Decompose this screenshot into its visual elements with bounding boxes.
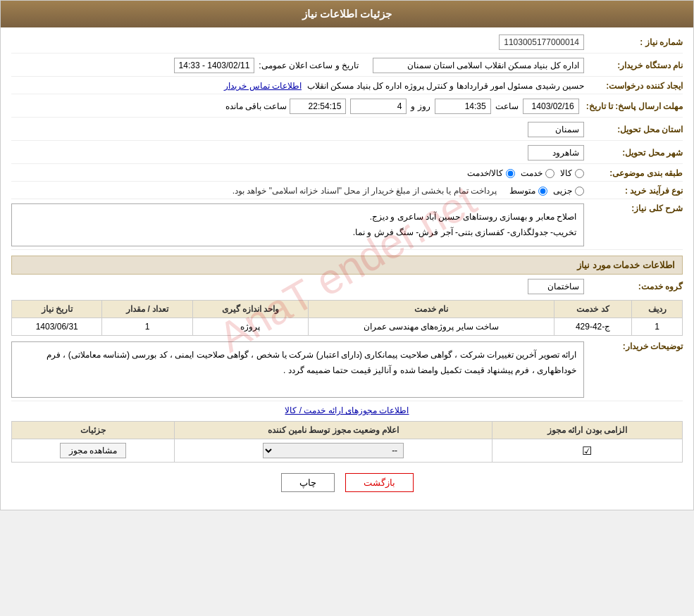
contact-link[interactable]: اطلاعات تماس خریدار bbox=[224, 81, 302, 91]
required-checkbox: ☑ bbox=[582, 445, 592, 457]
request-number-row: شماره نیاز : 1103005177000014 bbox=[11, 34, 683, 54]
remaining-label: ساعت باقی مانده bbox=[225, 101, 287, 111]
category-row: طبقه بندی موضوعی: کالا خدمت کالا/خدمت bbox=[11, 168, 683, 182]
category-kala-label: کالا bbox=[560, 168, 572, 178]
deadline-date: 1403/02/16 bbox=[523, 99, 579, 114]
deadline-days-label: روز و bbox=[411, 101, 430, 111]
process-motavaset-group: متوسط bbox=[509, 186, 547, 196]
announce-label: تاریخ و ساعت اعلان عمومی: bbox=[259, 61, 359, 70]
cell-unit: پروژه bbox=[192, 318, 308, 336]
services-table: ردیف کد خدمت نام خدمت واحد اندازه گیری ت… bbox=[11, 300, 683, 336]
buyer-org-row: نام دستگاه خریدار: اداره کل بنیاد مسکن ا… bbox=[11, 58, 683, 77]
back-button[interactable]: بازگشت bbox=[345, 473, 414, 492]
request-number-value: 1103005177000014 bbox=[499, 34, 584, 50]
buyer-org-value: اداره کل بنیاد مسکن انقلاب اسلامی استان … bbox=[373, 58, 584, 73]
col-row-num: ردیف bbox=[632, 301, 683, 318]
service-group-label: گروه خدمت: bbox=[584, 282, 683, 291]
description-line1: اصلاح معابر و بهسازی روستاهای حسین آباد … bbox=[19, 210, 576, 225]
buyer-notes-label: توضیحات خریدار: bbox=[584, 341, 683, 351]
buyer-notes-row: توضیحات خریدار: ارائه تصویر آخرین تغییرا… bbox=[11, 341, 683, 401]
province-value: سمنان bbox=[528, 122, 584, 137]
cell-service-code: ج-42-429 bbox=[554, 318, 632, 336]
province-row: استان محل تحویل: سمنان bbox=[11, 122, 683, 141]
services-header: اطلاعات خدمات مورد نیاز bbox=[11, 256, 683, 275]
request-number-label: شماره نیاز : bbox=[584, 37, 683, 47]
category-khadamat-group: خدمت bbox=[521, 168, 554, 178]
deadline-time: 14:35 bbox=[435, 99, 491, 114]
service-group-value: ساختمان bbox=[528, 279, 584, 294]
category-kala-group: کالا bbox=[560, 168, 584, 178]
process-row: نوع فرآیند خرید : جزیی متوسط پرداخت تمام… bbox=[11, 186, 683, 199]
buttons-row: بازگشت چاپ bbox=[11, 473, 683, 492]
col-service-code: کد خدمت bbox=[554, 301, 632, 318]
process-label: نوع فرآیند خرید : bbox=[584, 186, 683, 196]
content-area: AnaT ender.net شماره نیاز : 110300517700… bbox=[1, 27, 693, 510]
city-row: شهر محل تحویل: شاهرود bbox=[11, 145, 683, 164]
page-title: جزئیات اطلاعات نیاز bbox=[302, 8, 392, 20]
col-service-name: نام خدمت bbox=[309, 301, 554, 318]
creator-value: حسین رشیدی مسئول امور قراردادها و کنترل … bbox=[307, 81, 584, 91]
deadline-time-label: ساعت bbox=[495, 101, 519, 111]
city-value: شاهرود bbox=[528, 145, 584, 161]
announce-value: 1403/02/11 - 14:33 bbox=[174, 58, 255, 73]
deadline-label: مهلت ارسال پاسخ: تا تاریخ: bbox=[579, 101, 683, 111]
buyer-notes-text: ارائه تصویر آخرین تغییرات شرکت ، گواهی ص… bbox=[47, 350, 576, 375]
view-license-button[interactable]: مشاهده مجوز bbox=[60, 443, 126, 458]
deadline-remaining: 22:54:15 bbox=[290, 99, 346, 114]
col-required: الزامی بودن ارائه مجوز bbox=[492, 422, 682, 439]
process-jozii-label: جزیی bbox=[553, 186, 572, 196]
buyer-notes-box: ارائه تصویر آخرین تغییرات شرکت ، گواهی ص… bbox=[11, 341, 584, 398]
license-link[interactable]: اطلاعات مجوزهای ارائه خدمت / کالا bbox=[11, 406, 683, 415]
buyer-org-label: نام دستگاه خریدار: bbox=[584, 61, 683, 70]
col-count: تعداد / مقدار bbox=[102, 301, 192, 318]
category-khadamat-radio[interactable] bbox=[545, 169, 554, 178]
category-kala-khadamat-label: کالا/خدمت bbox=[467, 168, 503, 178]
col-date: تاریخ نیاز bbox=[12, 301, 102, 318]
cell-date: 1403/06/31 bbox=[12, 318, 102, 336]
table-row: 1 ج-42-429 ساخت سایر پروژه‌های مهندسی عم… bbox=[12, 318, 683, 336]
col-unit: واحد اندازه گیری bbox=[192, 301, 308, 318]
creator-row: ایجاد کننده درخواست: حسین رشیدی مسئول ام… bbox=[11, 81, 683, 94]
cell-row-num: 1 bbox=[632, 318, 683, 336]
creator-label: ایجاد کننده درخواست: bbox=[584, 81, 683, 91]
list-item: ☑ -- مشاهده مجوز bbox=[12, 439, 683, 463]
category-kala-khadamat-group: کالا/خدمت bbox=[467, 168, 515, 178]
cell-required: ☑ bbox=[492, 439, 682, 463]
license-table: الزامی بودن ارائه مجوز اعلام وضعیت مجوز … bbox=[11, 421, 683, 463]
description-box: اصلاح معابر و بهسازی روستاهای حسین آباد … bbox=[11, 203, 584, 246]
province-label: استان محل تحویل: bbox=[584, 125, 683, 134]
cell-details: مشاهده مجوز bbox=[12, 439, 175, 463]
process-jozii-radio[interactable] bbox=[575, 187, 584, 196]
category-kala-khadamat-radio[interactable] bbox=[506, 169, 515, 178]
description-row: شرح کلی نیاز: اصلاح معابر و بهسازی روستا… bbox=[11, 203, 683, 250]
category-khadamat-label: خدمت bbox=[521, 168, 543, 178]
deadline-row: مهلت ارسال پاسخ: تا تاریخ: 1403/02/16 سا… bbox=[11, 99, 683, 118]
description-header-label: شرح کلی نیاز: bbox=[584, 203, 683, 213]
col-status: اعلام وضعیت مجوز توسط نامین کننده bbox=[175, 422, 492, 439]
description-line2: تخریب- جدولگذاری- کفسازی بتنی- آجر فرش- … bbox=[19, 225, 576, 241]
process-jozii-group: جزیی bbox=[553, 186, 584, 196]
deadline-days: 4 bbox=[350, 99, 407, 114]
print-button[interactable]: چاپ bbox=[281, 473, 335, 492]
process-motavaset-label: متوسط bbox=[509, 186, 535, 196]
process-motavaset-radio[interactable] bbox=[538, 187, 547, 196]
col-details: جزئیات bbox=[12, 422, 175, 439]
category-kala-radio[interactable] bbox=[575, 169, 584, 178]
city-label: شهر محل تحویل: bbox=[584, 148, 683, 158]
category-label: طبقه بندی موضوعی: bbox=[584, 168, 683, 178]
status-dropdown[interactable]: -- bbox=[263, 443, 404, 458]
cell-status: -- bbox=[175, 439, 492, 463]
page-header: جزئیات اطلاعات نیاز bbox=[1, 1, 693, 27]
cell-count: 1 bbox=[102, 318, 192, 336]
page-container: جزئیات اطلاعات نیاز AnaT ender.net شماره… bbox=[0, 0, 694, 510]
process-note: پرداخت تمام یا بخشی از مبلغ خریدار از مح… bbox=[233, 186, 497, 196]
cell-service-name: ساخت سایر پروژه‌های مهندسی عمران bbox=[309, 318, 554, 336]
service-group-row: گروه خدمت: ساختمان bbox=[11, 279, 683, 294]
